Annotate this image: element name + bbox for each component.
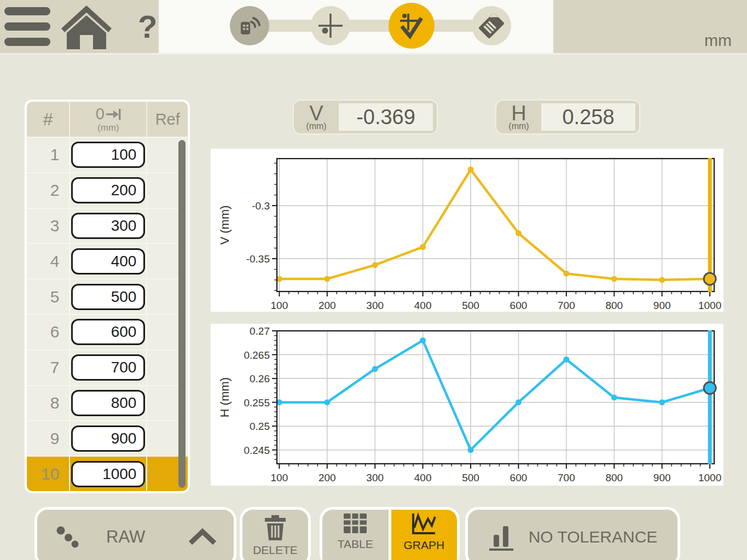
distance-cell: 200 <box>70 173 147 208</box>
distance-cell: 300 <box>70 209 147 243</box>
table-row[interactable]: 9900 <box>27 420 188 456</box>
help-button[interactable]: ? <box>138 11 157 43</box>
distance-input[interactable]: 800 <box>71 390 145 416</box>
top-bar: ? <box>0 0 747 53</box>
svg-text:-0.3: -0.3 <box>252 200 270 212</box>
distance-input[interactable]: 300 <box>71 213 145 239</box>
row-number: 8 <box>27 386 70 421</box>
svg-text:200: 200 <box>319 300 336 311</box>
row-number: 4 <box>27 244 70 278</box>
menu-icon[interactable] <box>4 7 50 46</box>
table-header: # 0 (mm) Ref <box>27 102 188 137</box>
v-readout-label: V (mm) <box>294 101 339 133</box>
row-number: 7 <box>27 351 70 385</box>
table-icon <box>343 512 368 534</box>
trash-icon <box>264 515 287 540</box>
delete-button[interactable]: DELETE <box>240 507 311 560</box>
svg-text:700: 700 <box>558 472 575 483</box>
svg-text:V (mm): V (mm) <box>218 205 231 244</box>
row-number: 1 <box>27 138 70 172</box>
workflow-step-record-values[interactable] <box>389 3 435 49</box>
svg-text:900: 900 <box>653 472 671 483</box>
svg-text:100: 100 <box>271 300 288 311</box>
svg-text:0.27: 0.27 <box>250 325 270 337</box>
distance-cell: 700 <box>70 351 147 385</box>
tolerance-bars-icon <box>488 523 514 551</box>
table-row[interactable]: 6600 <box>27 314 188 349</box>
row-number: 5 <box>27 279 70 314</box>
svg-text:-0.35: -0.35 <box>246 253 270 265</box>
table-row[interactable]: 101000 <box>27 456 188 491</box>
h-readout-value: 0.258 <box>541 103 635 131</box>
distance-input[interactable]: 600 <box>71 319 145 345</box>
svg-text:500: 500 <box>462 472 479 483</box>
row-number: 9 <box>27 421 70 456</box>
svg-text:600: 600 <box>510 300 528 311</box>
svg-text:700: 700 <box>558 300 575 311</box>
svg-text:1000: 1000 <box>698 472 721 483</box>
row-number: 6 <box>27 315 70 349</box>
workflow-step-measuring-unit[interactable] <box>230 6 269 45</box>
svg-text:0.245: 0.245 <box>244 445 270 456</box>
table-row[interactable]: 3300 <box>27 208 188 243</box>
svg-text:400: 400 <box>414 300 432 311</box>
table-row[interactable]: 1100 <box>27 137 188 172</box>
svg-text:400: 400 <box>414 472 432 483</box>
table-rows: 1100220033004400550066007700880099001010… <box>27 137 188 491</box>
delete-label: DELETE <box>253 544 298 557</box>
table-row[interactable]: 7700 <box>27 349 188 385</box>
table-row[interactable]: 5500 <box>27 278 188 314</box>
row-number: 3 <box>27 209 70 243</box>
arrow-to-bar-icon <box>106 108 121 120</box>
distance-input[interactable]: 400 <box>71 248 145 275</box>
record-values-check-icon <box>397 11 426 40</box>
distance-cell: 100 <box>70 138 147 172</box>
h-readout-label: H (mm) <box>496 101 541 133</box>
workflow-step-report[interactable] <box>472 6 511 45</box>
svg-text:100: 100 <box>271 472 288 483</box>
h-readout: H (mm) 0.258 <box>495 100 640 135</box>
distance-input[interactable]: 900 <box>71 425 145 452</box>
distance-unit-label: (mm) <box>97 123 119 132</box>
zero-label: 0 <box>96 106 105 122</box>
column-header-ref: Ref <box>147 102 188 137</box>
chevron-up-icon <box>188 528 217 546</box>
column-header-index: # <box>27 102 70 137</box>
svg-text:300: 300 <box>366 472 384 483</box>
svg-text:800: 800 <box>605 472 623 483</box>
distance-input[interactable]: 100 <box>71 142 145 168</box>
table-row[interactable]: 4400 <box>27 243 188 278</box>
svg-text:0.255: 0.255 <box>244 397 270 409</box>
distance-cell: 500 <box>70 279 147 314</box>
workflow-steps <box>159 0 553 53</box>
raw-dropdown-button[interactable]: RAW <box>34 507 236 560</box>
table-row[interactable]: 2200 <box>27 172 188 208</box>
workflow-step-measure-points[interactable] <box>311 6 350 45</box>
table-scrollbar[interactable] <box>178 140 186 488</box>
v-chart: 1002003004005006007008009001000-0.3-0.35… <box>211 149 723 312</box>
measure-points-icon <box>317 12 344 39</box>
svg-text:900: 900 <box>653 300 671 311</box>
raw-points-icon <box>54 523 82 551</box>
distance-input[interactable]: 200 <box>71 177 145 203</box>
graph-label: GRAPH <box>403 539 444 552</box>
svg-text:800: 800 <box>605 300 623 311</box>
table-row[interactable]: 8800 <box>27 385 188 421</box>
tolerance-button[interactable]: NO TOLERANCE <box>465 507 680 560</box>
distance-input[interactable]: 1000 <box>71 461 145 487</box>
distance-input[interactable]: 500 <box>71 284 145 310</box>
table-view-button[interactable]: TABLE <box>322 510 389 560</box>
column-header-distance: 0 (mm) <box>70 102 147 137</box>
svg-text:0.265: 0.265 <box>244 349 270 361</box>
report-icon <box>477 11 506 40</box>
workflow-connector <box>263 20 317 32</box>
graph-view-button[interactable]: GRAPH <box>391 510 458 560</box>
distance-input[interactable]: 700 <box>71 354 145 381</box>
svg-text:H (mm): H (mm) <box>218 377 231 417</box>
home-icon[interactable] <box>60 4 113 49</box>
row-number: 2 <box>27 173 70 208</box>
svg-text:1000: 1000 <box>698 300 721 311</box>
tolerance-label: NO TOLERANCE <box>529 528 658 546</box>
svg-text:500: 500 <box>462 300 479 311</box>
distance-cell: 400 <box>70 244 147 278</box>
